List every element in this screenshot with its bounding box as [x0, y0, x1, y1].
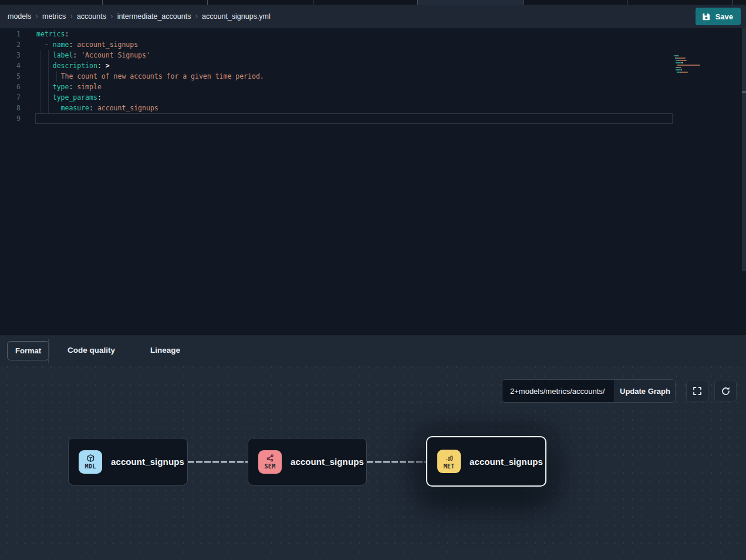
- refresh-icon: [721, 386, 731, 396]
- lineage-node-met[interactable]: METaccount_signups: [426, 436, 546, 487]
- editor-line[interactable]: 8 measure: account_signups: [0, 103, 746, 113]
- file-tab[interactable]: [524, 0, 627, 5]
- panel-header: Format Code qualityLineage: [0, 335, 746, 366]
- save-button[interactable]: Save: [696, 8, 741, 25]
- line-number: 6: [0, 82, 28, 92]
- scrollbar-marker: [742, 91, 746, 93]
- node-type-label: MDL: [85, 463, 96, 470]
- code-text: type_params:: [28, 92, 102, 103]
- update-graph-button[interactable]: Update Graph: [615, 380, 675, 402]
- minimap-line: [674, 65, 710, 66]
- node-label: account_signups: [111, 457, 184, 467]
- node-label: account_signups: [291, 457, 364, 467]
- indent-guide: [48, 50, 49, 113]
- minimap-token: [681, 69, 682, 70]
- code-text: type: simple: [28, 82, 102, 92]
- file-tab[interactable]: [103, 0, 208, 5]
- line-number: 1: [0, 29, 28, 39]
- minimap-line: [674, 69, 710, 70]
- file-tab[interactable]: [627, 0, 733, 5]
- file-tab: [733, 0, 746, 5]
- indent-guide: [56, 71, 57, 82]
- current-line-highlight: [35, 113, 673, 124]
- minimap-token: [676, 69, 681, 70]
- minimap-line: [674, 58, 710, 59]
- breadcrumb-item[interactable]: account_signups.yml: [202, 12, 271, 21]
- panel-tabs: Code qualityLineage: [58, 335, 190, 366]
- node-type-label: SEM: [265, 463, 276, 470]
- editor-line[interactable]: 3 label: 'Account Signups': [0, 50, 746, 60]
- code-text: metrics:: [28, 29, 69, 39]
- file-tab-strip: [0, 0, 746, 5]
- line-number: 2: [0, 39, 28, 50]
- line-number: 4: [0, 60, 28, 71]
- editor-line[interactable]: 5 The count of new accounts for a given …: [0, 71, 746, 82]
- line-number: 9: [0, 113, 28, 124]
- model-icon: [86, 454, 95, 463]
- minimap-token: [678, 67, 681, 68]
- chevron-right-icon: ›: [70, 11, 73, 21]
- file-tab[interactable]: [313, 0, 418, 5]
- minimap-line: [674, 62, 710, 63]
- node-label: account_signups: [470, 457, 543, 467]
- minimap-line: [674, 67, 710, 68]
- lineage-edge: [367, 461, 427, 463]
- format-button[interactable]: Format: [7, 341, 49, 360]
- file-tab[interactable]: [0, 0, 103, 5]
- minimap-line: [674, 60, 710, 61]
- semantic-model-icon: [266, 454, 275, 463]
- editor-line[interactable]: 2 - name: account_signups: [0, 39, 746, 50]
- chevron-right-icon: ›: [195, 11, 198, 21]
- ide-window: models›metrics›accounts›intermediate_acc…: [0, 0, 746, 560]
- editor-line[interactable]: 4 description: >: [0, 60, 746, 71]
- line-number: 8: [0, 103, 28, 113]
- lineage-canvas[interactable]: Update Graph MDLaccount_signupsSEMaccoun…: [0, 366, 746, 560]
- minimap[interactable]: [674, 55, 710, 76]
- refresh-button[interactable]: [714, 380, 737, 402]
- minimap-token: [682, 62, 683, 63]
- metric-icon: [445, 454, 454, 463]
- editor-scrollbar[interactable]: [742, 28, 746, 271]
- breadcrumb-item[interactable]: intermediate_accounts: [117, 12, 191, 21]
- breadcrumb-item[interactable]: accounts: [77, 12, 106, 21]
- file-tab-active[interactable]: [418, 0, 524, 5]
- breadcrumb-bar: models›metrics›accounts›intermediate_acc…: [0, 5, 746, 28]
- breadcrumb-item[interactable]: models: [8, 12, 31, 21]
- line-number: 7: [0, 92, 28, 103]
- chevron-right-icon: ›: [110, 11, 113, 21]
- node-type-label: MET: [444, 463, 455, 470]
- indent-guide: [40, 50, 40, 113]
- minimap-token: [680, 72, 688, 73]
- code-text: label: 'Account Signups': [28, 50, 150, 60]
- editor-line[interactable]: 1metrics:: [0, 29, 746, 39]
- node-type-badge: MET: [437, 450, 461, 473]
- lineage-filter-group: Update Graph: [502, 379, 676, 403]
- fullscreen-button[interactable]: [686, 380, 708, 402]
- tab-code-quality[interactable]: Code quality: [58, 335, 124, 366]
- editor-line[interactable]: 6 type: simple: [0, 82, 746, 92]
- breadcrumb: models›metrics›accounts›intermediate_acc…: [8, 12, 271, 21]
- minimap-line: [674, 55, 710, 56]
- file-tab[interactable]: [208, 0, 313, 5]
- code-text: The count of new accounts for a given ti…: [28, 71, 264, 82]
- editor-lines: 1metrics:2 - name: account_signups3 labe…: [0, 29, 746, 124]
- minimap-token: [677, 65, 700, 66]
- lineage-edge: [188, 461, 248, 463]
- lineage-node-sem[interactable]: SEMaccount_signups: [248, 438, 367, 485]
- fullscreen-icon: [693, 386, 702, 396]
- minimap-token: [678, 58, 686, 59]
- line-number: 3: [0, 50, 28, 60]
- lineage-filter-input[interactable]: [502, 380, 615, 402]
- header-divider: [48, 339, 49, 363]
- tab-lineage[interactable]: Lineage: [141, 335, 190, 366]
- code-editor[interactable]: 1metrics:2 - name: account_signups3 labe…: [0, 28, 746, 334]
- breadcrumb-item[interactable]: metrics: [42, 12, 66, 21]
- editor-line[interactable]: 7 type_params:: [0, 92, 746, 103]
- minimap-token: [676, 62, 681, 63]
- save-button-label: Save: [715, 12, 733, 21]
- node-type-badge: MDL: [79, 450, 102, 474]
- chevron-right-icon: ›: [35, 11, 38, 21]
- line-number: 5: [0, 71, 28, 82]
- minimap-token: [677, 55, 679, 56]
- lineage-node-mdl[interactable]: MDLaccount_signups: [68, 438, 188, 485]
